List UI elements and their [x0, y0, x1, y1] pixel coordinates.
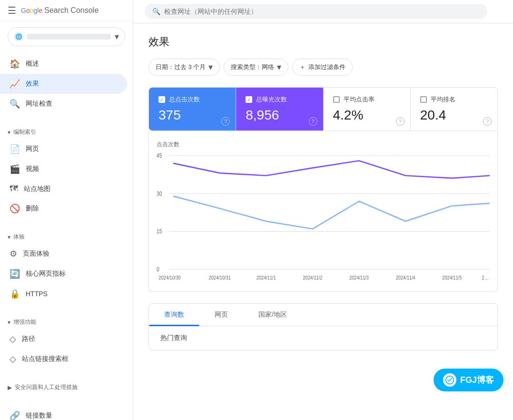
hot-query-label: 热门查询 — [160, 334, 486, 342]
metric-label-impressions: 总曝光次数 — [256, 95, 287, 104]
chevron-down-icon: ▾ — [208, 62, 213, 72]
chart-area: 45 30 15 0 20 — [157, 150, 490, 284]
chart-y-label: 点击次数 — [157, 140, 490, 149]
property-icon: 🌐 — [14, 32, 23, 41]
add-filter-button[interactable]: ＋ 添加过滤条件 — [292, 59, 353, 76]
date-filter-button[interactable]: 日期：过去 3 个月 ▾ — [148, 59, 220, 76]
google-text: Google — [21, 7, 42, 14]
chevron-down-icon: ▾ — [8, 129, 10, 136]
metric-value-impressions: 8,956 — [246, 108, 313, 123]
lock-icon: 🔒 — [10, 289, 20, 299]
metric-card-clicks[interactable]: 总点击次数 375 ? — [149, 88, 236, 130]
help-icon-position[interactable]: ? — [483, 117, 492, 126]
help-icon-clicks[interactable]: ? — [221, 117, 230, 126]
search-input[interactable] — [164, 8, 480, 15]
metric-value-clicks: 375 — [158, 108, 226, 123]
page-title: 效果 — [148, 35, 498, 49]
tab-countries[interactable]: 国家/地区 — [243, 304, 302, 326]
section-label-text: 体验 — [13, 233, 25, 241]
svg-text:15: 15 — [157, 229, 162, 235]
sidebar-item-sitelinks[interactable]: ◇ 站点链接搜索框 — [0, 349, 127, 369]
metric-header-ctr: 平均点击率 — [333, 95, 401, 104]
document-icon: 📄 — [10, 144, 20, 154]
chevron-right-icon: ▶ — [8, 384, 12, 391]
chevron-down-icon: ▾ — [115, 31, 119, 42]
chevron-down-icon: ▾ — [8, 319, 10, 326]
chevron-down-icon: ▾ — [8, 234, 10, 240]
search-icon: 🔍 — [10, 99, 20, 109]
section-label-experience[interactable]: ▾ 体验 — [0, 230, 133, 244]
trending-icon: 📈 — [10, 79, 20, 89]
tab-pages[interactable]: 网页 — [199, 304, 243, 326]
metric-checkbox-impressions[interactable] — [246, 96, 252, 103]
chart-container: 点击次数 45 30 15 0 — [148, 131, 498, 292]
sidebar-item-sitemap[interactable]: 🗺 站点地图 — [0, 179, 127, 199]
tab-content: 热门查询 — [149, 326, 497, 350]
sidebar: ☰ Google Search Console 🌐 ▾ 🏠 概述 📈 效果 🔍 … — [0, 0, 133, 420]
help-icon-impressions[interactable]: ? — [309, 117, 317, 126]
metric-checkbox-position[interactable] — [420, 96, 427, 103]
section-label-enhancements[interactable]: ▾ 增强功能 — [0, 315, 133, 329]
tab-queries[interactable]: 查询数 — [149, 304, 199, 326]
sidebar-item-label: 网页 — [26, 145, 39, 153]
date-filter-label: 日期：过去 3 个月 — [156, 63, 206, 71]
sitemap-icon: 🗺 — [10, 184, 18, 194]
sidebar-item-page-experience[interactable]: ⚙ 页面体验 — [0, 244, 127, 264]
remove-icon: 🚫 — [10, 203, 20, 214]
property-selector[interactable]: 🌐 ▾ — [8, 27, 125, 46]
sidebar-item-label: 视频 — [26, 165, 39, 173]
section-label-text: 编制索引 — [13, 128, 36, 136]
check-icon — [445, 375, 454, 385]
property-name — [27, 34, 111, 40]
line-chart: 45 30 15 0 20 — [157, 150, 490, 284]
section-label-security[interactable]: ▶ 安全问题和人工处理措施 — [0, 380, 133, 394]
metric-header-clicks: 总点击次数 — [158, 95, 226, 104]
svg-text:2024/11/1: 2024/11/1 — [256, 275, 276, 281]
sidebar-item-links[interactable]: 🔗 链接数量 — [0, 406, 127, 420]
sidebar-item-https[interactable]: 🔒 HTTPS — [0, 284, 127, 304]
sidebar-item-breadcrumbs[interactable]: ◇ 路径 — [0, 329, 127, 349]
metric-checkbox-clicks[interactable] — [158, 96, 165, 103]
help-icon-ctr[interactable]: ? — [396, 117, 404, 126]
sitelinks-icon: ◇ — [10, 354, 16, 364]
top-bar: 🔍 — [133, 0, 513, 23]
metric-label-ctr: 平均点击率 — [344, 95, 375, 104]
sidebar-item-pages[interactable]: 📄 网页 — [0, 139, 127, 159]
search-bar[interactable]: 🔍 — [145, 4, 487, 19]
sidebar-item-core-web-vitals[interactable]: 🔄 核心网页指标 — [0, 264, 127, 284]
sidebar-item-label: 删除 — [26, 204, 39, 213]
search-type-filter-button[interactable]: 搜索类型：网络 ▾ — [224, 59, 288, 76]
svg-text:2024/11/2: 2024/11/2 — [303, 275, 322, 281]
home-icon: 🏠 — [10, 59, 20, 69]
breadcrumb-icon: ◇ — [10, 334, 16, 344]
metric-value-ctr: 4.2% — [333, 108, 401, 123]
watermark: FGJ博客 — [434, 369, 503, 391]
link-icon: 🔗 — [10, 410, 20, 420]
metric-cards: 总点击次数 375 ? 总曝光次数 8,956 ? 平均点击率 4.2% — [148, 87, 498, 131]
sidebar-item-overview[interactable]: 🏠 概述 — [0, 54, 127, 74]
metric-card-ctr[interactable]: 平均点击率 4.2% ? — [324, 88, 411, 130]
filters-bar: 日期：过去 3 个月 ▾ 搜索类型：网络 ▾ ＋ 添加过滤条件 — [148, 59, 498, 76]
hamburger-icon[interactable]: ☰ — [8, 5, 16, 16]
tabs-section: 查询数 网页 国家/地区 热门查询 — [148, 303, 498, 350]
nav-section-main: 🏠 概述 📈 效果 🔍 网址检查 — [0, 52, 133, 116]
svg-text:2024/10/31: 2024/10/31 — [209, 275, 231, 281]
metric-card-position[interactable]: 平均排名 20.4 ? — [411, 88, 497, 130]
sidebar-item-removals[interactable]: 🚫 删除 — [0, 199, 127, 219]
metric-card-impressions[interactable]: 总曝光次数 8,956 ? — [236, 88, 323, 130]
svg-text:2024/11/5: 2024/11/5 — [442, 275, 462, 281]
sidebar-item-performance[interactable]: 📈 效果 — [0, 74, 127, 94]
sidebar-item-label: 站点地图 — [24, 185, 50, 193]
metric-checkbox-ctr[interactable] — [333, 96, 340, 103]
section-label-indexing[interactable]: ▾ 编制索引 — [0, 125, 133, 139]
svg-text:2…: 2… — [482, 275, 489, 281]
sidebar-item-label: 效果 — [26, 80, 39, 88]
experience-icon: ⚙ — [10, 249, 17, 259]
svg-text:2024/10/30: 2024/10/30 — [159, 275, 181, 281]
sidebar-item-video[interactable]: 🎬 视频 — [0, 159, 127, 179]
metric-header-impressions: 总曝光次数 — [246, 95, 313, 104]
section-label-text: 安全问题和人工处理措施 — [15, 383, 78, 391]
metric-header-position: 平均排名 — [420, 95, 488, 104]
watermark-icon — [443, 373, 456, 387]
sidebar-item-url-inspect[interactable]: 🔍 网址检查 — [0, 94, 127, 114]
